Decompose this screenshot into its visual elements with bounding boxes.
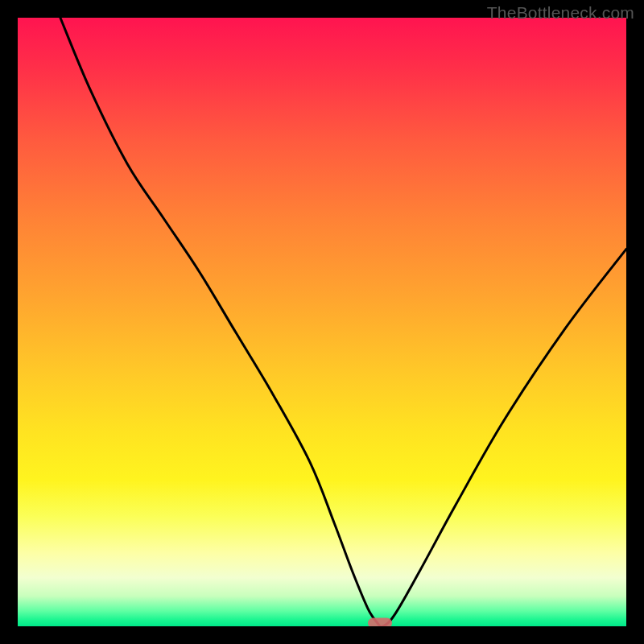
plot-area xyxy=(18,18,626,626)
minimum-marker xyxy=(368,618,392,626)
chart-frame: TheBottleneck.com xyxy=(0,0,644,644)
curve-path xyxy=(60,18,626,626)
bottleneck-curve xyxy=(18,18,626,626)
watermark-text: TheBottleneck.com xyxy=(487,3,634,23)
